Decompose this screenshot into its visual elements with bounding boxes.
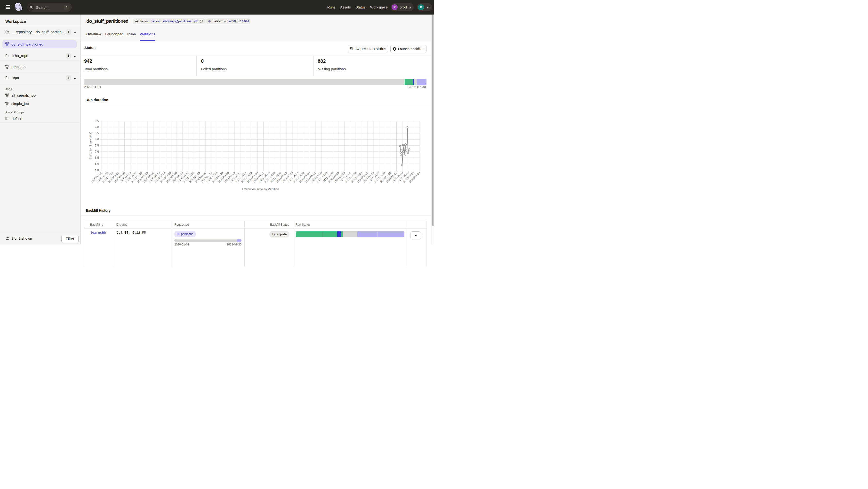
svg-text:7.5: 7.5 (95, 144, 99, 147)
svg-text:Execution Time by Partition: Execution Time by Partition (242, 188, 279, 191)
svg-text:6.5: 6.5 (95, 156, 99, 159)
svg-text:9.0: 9.0 (95, 126, 99, 129)
svg-text:8.5: 8.5 (95, 132, 99, 135)
svg-text:7.0: 7.0 (95, 150, 99, 153)
svg-text:9.5: 9.5 (95, 120, 99, 123)
svg-text:6.0: 6.0 (95, 162, 99, 165)
svg-text:Execution time (secs): Execution time (secs) (89, 132, 92, 160)
svg-text:8.0: 8.0 (95, 138, 99, 141)
svg-text:5.5: 5.5 (95, 168, 99, 171)
